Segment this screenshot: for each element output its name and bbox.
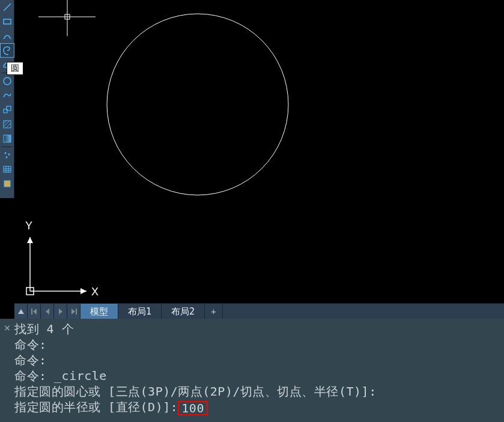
command-input-value[interactable]: 100 (178, 401, 208, 415)
command-window: × 找到 4 个 命令: 命令: 命令: _circle 指定圆的圆心或 [三点… (0, 319, 504, 422)
scale-tool[interactable] (0, 103, 14, 117)
circle-tooltip: 圆 (7, 62, 23, 75)
svg-marker-34 (71, 309, 75, 315)
svg-marker-33 (59, 309, 62, 315)
svg-point-12 (6, 157, 8, 158)
gradient-tool[interactable] (0, 131, 14, 146)
ucs-icon: X Y (25, 220, 99, 298)
point-tool[interactable] (0, 148, 14, 162)
crosshair-cursor (38, 0, 96, 36)
svg-point-10 (5, 152, 7, 154)
command-line: 指定圆的圆心或 [三点(3P)/两点(2P)/切点、切点、半径(T)]: (14, 384, 504, 399)
command-line: 找到 4 个 (14, 321, 504, 337)
command-prompt: 指定圆的半径或 [直径(D)]: (14, 400, 178, 414)
svg-text:Y: Y (25, 220, 32, 232)
svg-point-2 (4, 77, 11, 85)
tab-layout1[interactable]: 布局1 (118, 304, 162, 319)
hatch-tool[interactable] (0, 117, 14, 131)
svg-line-6 (4, 121, 7, 124)
tab-add-button[interactable]: + (205, 304, 223, 319)
svg-marker-23 (80, 288, 87, 294)
line-tool[interactable] (0, 0, 14, 14)
svg-marker-26 (27, 237, 33, 243)
command-line: 命令: (14, 337, 504, 352)
drawn-circle[interactable] (107, 14, 288, 195)
svg-rect-18 (4, 181, 10, 187)
command-line: 命令: (14, 352, 504, 368)
tab-layout2[interactable]: 布局2 (162, 304, 205, 319)
rectangle-tool[interactable] (0, 14, 14, 29)
circle-tool[interactable] (0, 74, 14, 88)
separator (1, 146, 13, 147)
svg-text:X: X (91, 286, 99, 298)
command-history: 找到 4 个 命令: 命令: 命令: _circle 指定圆的圆心或 [三点(3… (14, 319, 504, 422)
tab-last-button[interactable] (67, 304, 80, 319)
arc-tool[interactable] (0, 29, 14, 43)
curve-tool[interactable] (0, 88, 14, 103)
command-input-line[interactable]: 指定圆的半径或 [直径(D)]:100 (14, 399, 504, 415)
tab-menu-button[interactable] (14, 304, 28, 319)
svg-rect-30 (31, 309, 32, 315)
command-line: 命令: _circle (14, 368, 504, 384)
spiral-tool[interactable] (0, 43, 14, 58)
tab-first-button[interactable] (28, 304, 41, 319)
drawing-canvas[interactable]: X Y (14, 0, 504, 303)
svg-line-0 (4, 4, 11, 11)
tab-model[interactable]: 模型 (80, 304, 118, 319)
svg-marker-31 (33, 309, 37, 315)
svg-rect-1 (4, 19, 11, 24)
svg-rect-35 (76, 309, 77, 315)
tab-next-button[interactable] (54, 304, 67, 319)
svg-marker-32 (46, 309, 49, 315)
svg-line-7 (4, 121, 10, 127)
tab-prev-button[interactable] (41, 304, 54, 319)
command-close-button[interactable]: × (0, 319, 14, 422)
svg-point-11 (8, 154, 10, 155)
region-tool[interactable] (0, 176, 14, 191)
svg-rect-9 (4, 135, 11, 142)
draw-toolbar (0, 0, 14, 198)
table-tool[interactable] (0, 162, 14, 176)
svg-marker-29 (18, 309, 24, 314)
svg-rect-13 (4, 166, 11, 172)
layout-tabs-row: 模型 布局1 布局2 + (14, 303, 504, 319)
